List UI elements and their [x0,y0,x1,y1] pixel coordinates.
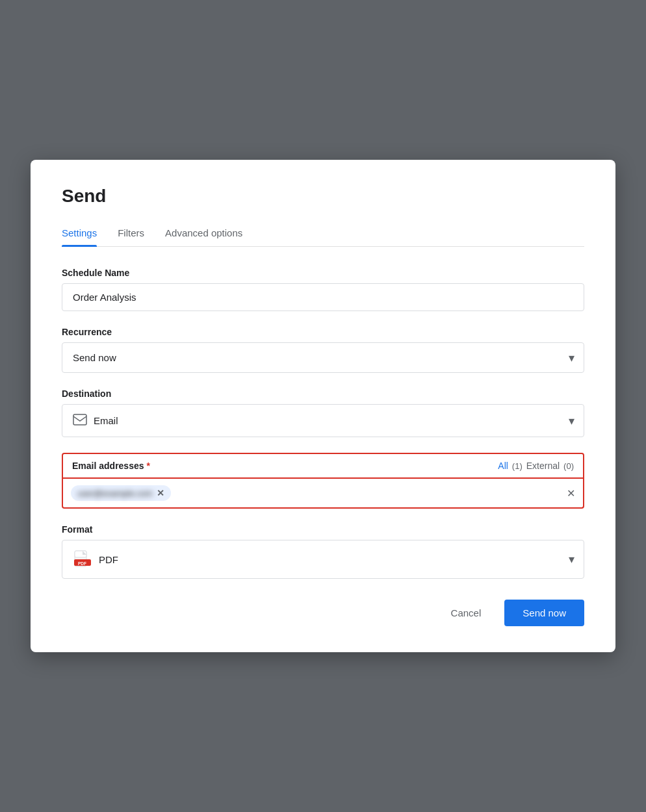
recurrence-chevron-icon: ▾ [569,351,575,365]
cancel-button[interactable]: Cancel [435,601,497,625]
format-value: PDF [99,554,118,565]
dialog-title: Send [62,186,584,207]
email-icon [73,414,87,427]
recurrence-group: Recurrence Send now ▾ [62,327,584,373]
tab-settings[interactable]: Settings [62,227,97,246]
send-dialog: Send Settings Filters Advanced options S… [31,160,615,652]
svg-rect-0 [73,414,86,425]
destination-group: Destination Email ▾ [62,388,584,437]
destination-chevron-icon: ▾ [569,414,575,428]
required-asterisk: * [147,461,150,471]
format-select[interactable]: PDF PDF ▾ [62,540,584,579]
schedule-name-group: Schedule Name [62,268,584,311]
email-addresses-label: Email addresses [72,461,144,471]
destination-select[interactable]: Email ▾ [62,404,584,437]
email-addresses-group: Email addresses * All (1) External (0) u… [62,453,584,509]
tab-advanced-options[interactable]: Advanced options [165,227,242,246]
all-count: (1) [512,461,523,471]
destination-label: Destination [62,388,584,399]
tab-filters[interactable]: Filters [118,227,144,246]
send-now-button[interactable]: Send now [504,600,584,626]
format-label: Format [62,524,584,535]
recurrence-select[interactable]: Send now ▾ [62,342,584,373]
pdf-icon: PDF [73,550,92,569]
svg-text:PDF: PDF [78,561,86,566]
email-chips-container[interactable]: user@example.com ✕ ✕ [62,479,584,509]
email-addresses-header: Email addresses * All (1) External (0) [62,453,584,479]
destination-value: Email [94,415,118,426]
email-input-clear-icon[interactable]: ✕ [567,487,575,500]
email-addresses-label-area: Email addresses * [72,461,150,471]
schedule-name-input[interactable] [62,283,584,311]
dialog-footer: Cancel Send now [62,600,584,626]
empty-chip-area: ✕ [176,487,575,500]
external-count: (0) [563,461,574,471]
format-group: Format PDF PDF ▾ [62,524,584,579]
format-chevron-icon: ▾ [569,552,575,566]
recurrence-label: Recurrence [62,327,584,337]
recurrence-value: Send now [73,352,116,363]
tabs-container: Settings Filters Advanced options [62,227,584,247]
email-chip-text: user@example.com [77,488,153,498]
schedule-name-label: Schedule Name [62,268,584,278]
email-chip-close-icon[interactable]: ✕ [157,488,164,498]
external-label: External [526,461,560,471]
email-addresses-counts: All (1) External (0) [498,461,574,471]
all-filter-link[interactable]: All [498,461,508,471]
email-chip: user@example.com ✕ [71,485,171,501]
